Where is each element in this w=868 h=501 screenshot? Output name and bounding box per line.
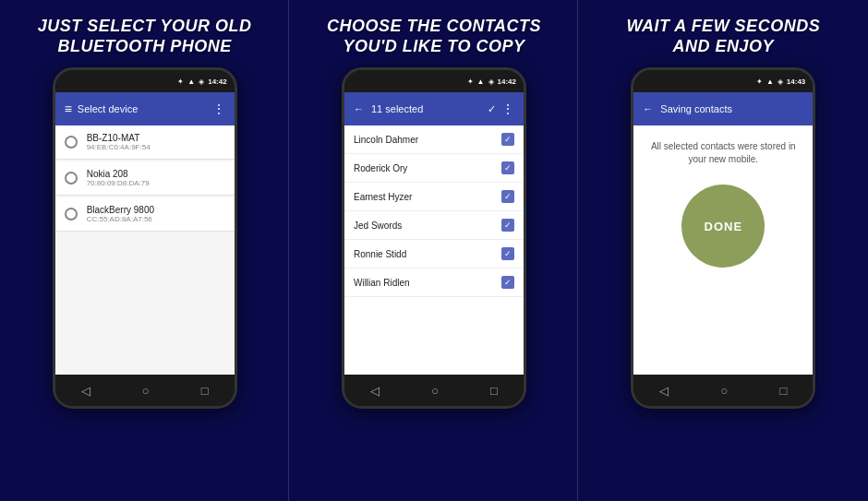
section1-title: JUST SELECT YOUR OLD BLUETOOTH PHONE	[38, 17, 252, 56]
contact-item-2[interactable]: Roderick Ory ✓	[344, 154, 524, 183]
recent-nav-3[interactable]: □	[779, 384, 787, 398]
status-time-1: 14:42	[208, 78, 226, 86]
contact-name-2: Roderick Ory	[354, 163, 501, 173]
bluetooth-icon-3: ✦	[756, 78, 763, 86]
contact-checkbox-2[interactable]: ✓	[501, 161, 514, 174]
done-button[interactable]: DONE	[681, 185, 765, 268]
contact-checkbox-1[interactable]: ✓	[501, 133, 514, 146]
signal-icon-2: ▲	[477, 78, 485, 86]
contact-name-5: Ronnie Stidd	[354, 249, 501, 259]
device-mac-2: 70:80:09:D8:DA:79	[87, 179, 150, 187]
app-bar-title-1: Select device	[78, 103, 212, 114]
app-bar-1: ≡ Select device ⋮	[55, 92, 235, 125]
nav-bar-2: ◁ ○ □	[344, 375, 524, 406]
status-bar-3: ✦ ▲ ◈ 14:43	[633, 70, 813, 92]
device-list: BB-Z10-MAT 94:EB:C0:4A:9F:54 Nokia 208 7…	[55, 125, 235, 375]
device-radio-2[interactable]	[65, 172, 78, 185]
device-item-3[interactable]: BlackBerry 9800 CC:55:AD:8A:A7:56	[55, 197, 235, 232]
contact-checkbox-4[interactable]: ✓	[501, 219, 514, 232]
wifi-icon: ◈	[199, 78, 204, 86]
screen-2: ← 11 selected ✓ ⋮ Lincoln Dahmer ✓ Roder…	[344, 92, 524, 375]
contact-checkbox-6[interactable]: ✓	[501, 276, 514, 289]
signal-icon-3: ▲	[766, 78, 774, 86]
wifi-icon-2: ◈	[488, 78, 494, 86]
contact-name-4: Jed Swords	[354, 221, 501, 231]
section-choose-contacts: CHOOSE THE CONTACTS YOU'D LIKE TO COPY ✦…	[289, 0, 578, 501]
signal-icon: ▲	[187, 78, 195, 86]
overflow-menu-icon-2[interactable]: ⋮	[501, 101, 514, 116]
device-name-3: BlackBerry 9800	[87, 205, 154, 215]
screen-3: ← Saving contacts All selected contacts …	[633, 92, 813, 375]
home-nav-3[interactable]: ○	[720, 384, 728, 398]
device-radio-1[interactable]	[65, 136, 78, 149]
phone-1: ✦ ▲ ◈ 14:42 ≡ Select device ⋮ BB-Z10-MAT…	[53, 67, 237, 409]
device-item-1[interactable]: BB-Z10-MAT 94:EB:C0:4A:9F:54	[55, 125, 235, 160]
contact-checkbox-5[interactable]: ✓	[501, 247, 514, 260]
status-time-2: 14:42	[498, 78, 516, 86]
contact-item-4[interactable]: Jed Swords ✓	[344, 211, 524, 240]
device-name-2: Nokia 208	[87, 169, 150, 179]
device-name-1: BB-Z10-MAT	[87, 133, 151, 143]
section2-title: CHOOSE THE CONTACTS YOU'D LIKE TO COPY	[327, 17, 541, 56]
phone-2: ✦ ▲ ◈ 14:42 ← 11 selected ✓ ⋮ Lincoln Da…	[342, 67, 526, 409]
hamburger-icon[interactable]: ≡	[65, 101, 72, 116]
back-arrow-2[interactable]: ←	[354, 103, 364, 114]
saving-screen: All selected contacts were stored in you…	[633, 125, 813, 375]
contact-list: Lincoln Dahmer ✓ Roderick Ory ✓ Earnest …	[344, 125, 524, 375]
nav-bar-1: ◁ ○ □	[55, 375, 235, 406]
back-nav-1[interactable]: ◁	[81, 384, 90, 398]
app-bar-title-2: 11 selected	[371, 103, 488, 114]
contact-checkbox-3[interactable]: ✓	[501, 190, 514, 203]
contact-item-3[interactable]: Earnest Hyzer ✓	[344, 183, 524, 211]
wifi-icon-3: ◈	[778, 78, 783, 86]
back-arrow-3[interactable]: ←	[643, 103, 653, 114]
nav-bar-3: ◁ ○ □	[633, 375, 813, 406]
saving-message: All selected contacts were stored in you…	[645, 140, 802, 166]
back-nav-3[interactable]: ◁	[659, 384, 669, 398]
app-bar-title-3: Saving contacts	[660, 103, 803, 114]
device-mac-3: CC:55:AD:8A:A7:56	[87, 215, 154, 223]
contact-name-3: Earnest Hyzer	[354, 192, 501, 202]
recent-nav-2[interactable]: □	[490, 384, 498, 398]
app-bar-2: ← 11 selected ✓ ⋮	[344, 92, 524, 125]
home-nav-2[interactable]: ○	[431, 384, 439, 398]
bluetooth-icon: ✦	[177, 78, 184, 86]
status-time-3: 14:43	[787, 78, 805, 86]
device-item-2[interactable]: Nokia 208 70:80:09:D8:DA:79	[55, 161, 235, 196]
phone-3: ✦ ▲ ◈ 14:43 ← Saving contacts All select…	[631, 67, 815, 409]
back-nav-2[interactable]: ◁	[370, 384, 380, 398]
bluetooth-icon-2: ✦	[467, 78, 474, 86]
contact-item-1[interactable]: Lincoln Dahmer ✓	[344, 125, 524, 154]
screen-1: ≡ Select device ⋮ BB-Z10-MAT 94:EB:C0:4A…	[55, 92, 235, 375]
status-bar-1: ✦ ▲ ◈ 14:42	[55, 70, 235, 92]
device-mac-1: 94:EB:C0:4A:9F:54	[87, 143, 151, 151]
device-radio-3[interactable]	[65, 208, 78, 221]
contact-item-5[interactable]: Ronnie Stidd ✓	[344, 240, 524, 268]
section-saving: WAIT A FEW SECONDS AND ENJOY ✦ ▲ ◈ 14:43…	[579, 0, 868, 501]
overflow-menu-icon-1[interactable]: ⋮	[212, 101, 225, 116]
contact-name-1: Lincoln Dahmer	[354, 135, 501, 145]
checkmark-action-icon[interactable]: ✓	[488, 103, 496, 115]
section-select-device: JUST SELECT YOUR OLD BLUETOOTH PHONE ✦ ▲…	[0, 0, 289, 501]
section3-title: WAIT A FEW SECONDS AND ENJOY	[626, 17, 820, 56]
home-nav-1[interactable]: ○	[142, 384, 150, 398]
app-bar-3: ← Saving contacts	[633, 92, 813, 125]
status-bar-2: ✦ ▲ ◈ 14:42	[344, 70, 524, 92]
contact-name-6: Willian Ridlen	[354, 278, 501, 288]
recent-nav-1[interactable]: □	[201, 384, 209, 398]
contact-item-6[interactable]: Willian Ridlen ✓	[344, 268, 524, 297]
